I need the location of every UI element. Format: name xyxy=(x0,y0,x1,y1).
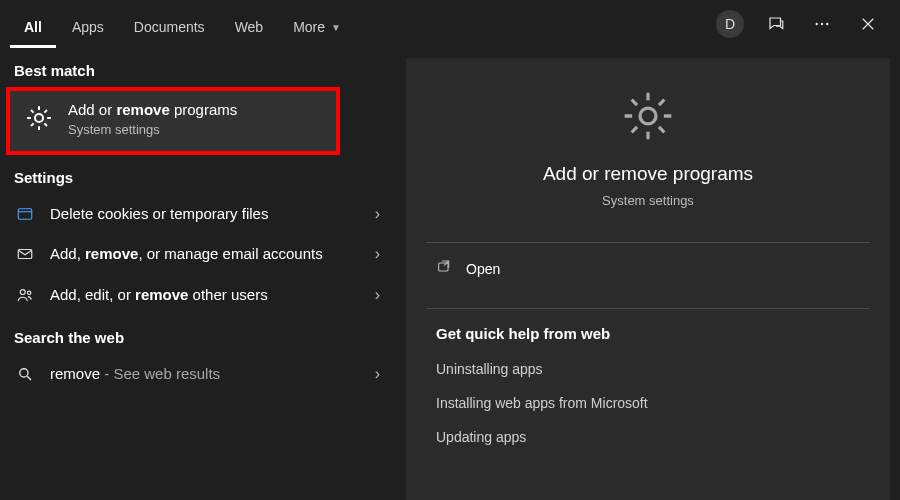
best-match-header: Best match xyxy=(0,48,400,87)
chevron-right-icon: › xyxy=(375,365,386,383)
detail-subtitle: System settings xyxy=(602,193,694,208)
tab-web[interactable]: Web xyxy=(221,5,278,48)
open-label: Open xyxy=(466,261,500,277)
account-avatar[interactable]: D xyxy=(716,10,744,38)
tab-all[interactable]: All xyxy=(10,5,56,48)
results-pane: Best match Add or remove programs System… xyxy=(0,48,400,500)
tab-apps[interactable]: Apps xyxy=(58,5,118,48)
tab-label: More xyxy=(293,19,325,35)
svg-point-9 xyxy=(640,108,656,124)
open-icon xyxy=(436,259,452,278)
gear-icon xyxy=(24,103,54,136)
svg-point-2 xyxy=(826,23,828,25)
detail-title: Add or remove programs xyxy=(543,163,753,185)
best-match-title: Add or remove programs xyxy=(68,101,237,118)
tab-label: Apps xyxy=(72,19,104,35)
chevron-right-icon: › xyxy=(375,205,386,223)
chevron-right-icon: › xyxy=(375,286,386,304)
settings-result-email[interactable]: Add, remove, or manage email accounts › xyxy=(0,234,400,274)
help-link-uninstalling[interactable]: Uninstalling apps xyxy=(406,352,890,386)
best-match-text: Add or remove programs System settings xyxy=(68,101,237,137)
search-icon xyxy=(14,365,36,383)
best-match-result[interactable]: Add or remove programs System settings xyxy=(6,87,340,155)
help-link-installing[interactable]: Installing web apps from Microsoft xyxy=(406,386,890,420)
detail-hero: Add or remove programs System settings xyxy=(406,58,890,228)
svg-point-7 xyxy=(27,291,30,294)
chevron-right-icon: › xyxy=(375,245,386,263)
filter-tabs: All Apps Documents Web More ▼ xyxy=(0,0,355,48)
svg-point-6 xyxy=(20,289,25,294)
result-text: remove - See web results xyxy=(50,364,361,384)
mail-icon xyxy=(14,245,36,263)
result-text: Delete cookies or temporary files xyxy=(50,204,361,224)
svg-rect-10 xyxy=(439,263,448,271)
search-web-header: Search the web xyxy=(0,315,400,354)
tab-more[interactable]: More ▼ xyxy=(279,5,355,48)
settings-result-cookies[interactable]: Delete cookies or temporary files › xyxy=(0,194,400,234)
result-text: Add, edit, or remove other users xyxy=(50,285,361,305)
close-icon[interactable] xyxy=(854,10,882,38)
settings-result-users[interactable]: Add, edit, or remove other users › xyxy=(0,275,400,315)
tab-label: All xyxy=(24,19,42,35)
avatar-initial: D xyxy=(725,16,735,32)
svg-point-0 xyxy=(816,23,818,25)
search-tabs-bar: All Apps Documents Web More ▼ D xyxy=(0,0,900,48)
svg-point-8 xyxy=(20,369,28,377)
detail-pane: Add or remove programs System settings O… xyxy=(406,58,890,500)
users-icon xyxy=(14,286,36,304)
tab-label: Documents xyxy=(134,19,205,35)
chevron-down-icon: ▼ xyxy=(331,22,341,33)
cookies-icon xyxy=(14,205,36,223)
svg-rect-4 xyxy=(18,209,32,220)
tab-label: Web xyxy=(235,19,264,35)
tab-documents[interactable]: Documents xyxy=(120,5,219,48)
help-link-updating[interactable]: Updating apps xyxy=(406,420,890,454)
result-text: Add, remove, or manage email accounts xyxy=(50,244,361,264)
svg-rect-5 xyxy=(18,250,32,259)
best-match-subtitle: System settings xyxy=(68,122,237,137)
svg-point-1 xyxy=(821,23,823,25)
more-options-icon[interactable] xyxy=(808,10,836,38)
open-button[interactable]: Open xyxy=(406,243,890,294)
web-result[interactable]: remove - See web results › xyxy=(0,354,400,394)
settings-header: Settings xyxy=(0,155,400,194)
feedback-icon[interactable] xyxy=(762,10,790,38)
help-header: Get quick help from web xyxy=(406,309,890,352)
svg-point-3 xyxy=(35,114,43,122)
topbar-right: D xyxy=(716,10,892,38)
gear-icon xyxy=(620,88,676,147)
